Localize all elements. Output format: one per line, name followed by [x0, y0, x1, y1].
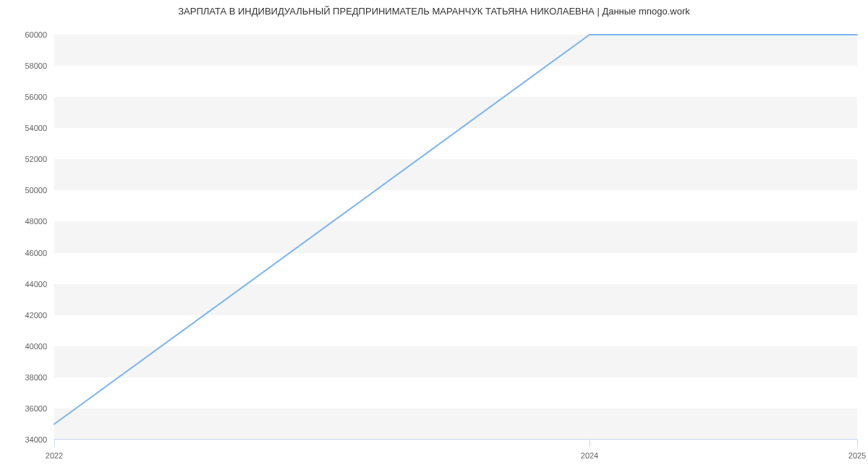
y-axis-tick-label: 42000 — [25, 311, 47, 320]
y-axis-tick-label: 38000 — [25, 373, 47, 382]
x-axis-tick-label: 2024 — [581, 451, 598, 460]
x-axis-tick — [590, 440, 590, 447]
y-axis-tick-label: 52000 — [25, 155, 47, 163]
y-axis-tick-label: 40000 — [25, 342, 47, 351]
y-axis-tick-label: 56000 — [25, 93, 47, 101]
x-axis-tick-label: 2025 — [848, 451, 866, 460]
y-axis-tick-label: 50000 — [25, 186, 47, 195]
y-axis-tick-label: 34000 — [25, 435, 47, 444]
x-axis-tick — [857, 440, 858, 447]
x-axis-tick — [54, 440, 55, 447]
line-series — [54, 35, 857, 440]
y-axis-tick-label: 46000 — [25, 249, 47, 257]
y-axis-tick-label: 44000 — [25, 280, 47, 289]
y-axis-tick-label: 60000 — [25, 30, 47, 39]
chart-container: ЗАРПЛАТА В ИНДИВИДУАЛЬНЫЙ ПРЕДПРИНИМАТЕЛ… — [0, 0, 868, 470]
x-axis-tick-label: 2022 — [46, 451, 63, 460]
y-axis-tick-label: 48000 — [25, 217, 47, 226]
chart-title: ЗАРПЛАТА В ИНДИВИДУАЛЬНЫЙ ПРЕДПРИНИМАТЕЛ… — [0, 6, 868, 17]
y-axis-tick-label: 36000 — [25, 404, 47, 413]
series-line — [54, 35, 857, 424]
y-axis-tick-label: 58000 — [25, 61, 47, 70]
plot-area: 3400036000380004000042000440004600048000… — [54, 35, 857, 440]
y-axis-tick-label: 54000 — [25, 124, 47, 132]
